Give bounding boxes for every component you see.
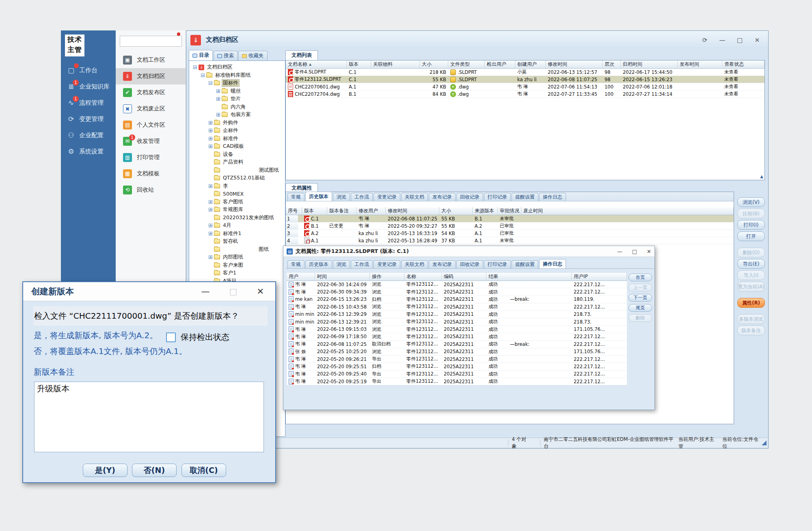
log-row[interactable]: 韦 琳2022-05-20 09:25:51归档零件123112...2025A… [287,363,627,370]
column-header[interactable]: 版本备注 [327,207,356,215]
tree-node[interactable]: 20220321发来的图纸 [189,214,285,222]
expand-icon[interactable]: + [209,129,212,132]
sidebar-item-5[interactable]: ⚙系统设置 [61,143,116,160]
tree-node[interactable]: 暂存机 [189,237,285,246]
tab-浏览[interactable]: 浏览 [333,193,350,201]
tab-回收记录[interactable]: 回收记录 [456,260,483,268]
column-header[interactable]: 时间 [315,273,370,281]
expand-icon[interactable]: + [209,145,212,148]
tab-常规[interactable]: 常规 [287,193,304,201]
maximize-icon[interactable]: □ [632,248,637,255]
expand-icon[interactable]: + [209,224,212,227]
expand-icon[interactable]: + [209,232,212,235]
pager-button-尾页[interactable]: 尾页 [628,304,652,312]
doc-list-row[interactable]: 零件4.SLDPRTC.1218 KB.SLDPRT小莫2022-06-13 1… [286,69,764,76]
tree-node[interactable]: +企标件 [189,127,285,135]
column-header[interactable]: 关联物料 [371,60,420,69]
column-header[interactable]: 发布时间 [678,60,722,69]
tree-node[interactable]: −国标件 [189,79,285,87]
doc-list-row[interactable]: CHC22072704.dwgB.184 KBe.dwg韦 琳2022-07-2… [286,91,764,98]
tab-提醒设置[interactable]: 提醒设置 [512,193,538,201]
tree-node[interactable]: +标准件 [189,135,285,143]
keep-checkout-checkbox[interactable] [166,332,176,342]
workspace-item-8[interactable]: ⟲回收站 [116,182,186,198]
search-input[interactable] [120,37,186,46]
tab-常规[interactable]: 常规 [287,260,304,268]
tree-node[interactable]: +常规图库 [189,206,285,214]
expand-icon[interactable]: + [216,89,220,93]
expand-icon[interactable]: + [209,200,212,204]
action-button-打印(I)[interactable]: 打印(I) [737,220,765,230]
tree-node[interactable]: 设备 [189,151,285,159]
log-row[interactable]: 韦 琳2022-06-13 09:15:03浏览零件123112...2025A… [287,326,627,333]
tree-tab-收藏夹[interactable]: 收藏夹 [238,51,268,60]
log-row[interactable]: min min2022-06-13 12:39:21浏览零件123112...2… [287,318,627,326]
tree-node[interactable]: 客户来图 [189,261,285,270]
column-header[interactable]: 查看状态 [722,60,764,69]
tree-node[interactable]: +螺丝 [189,87,285,95]
workspace-item-1[interactable]: ⇓文档归档区 [116,68,186,84]
doc-list-row[interactable]: 零件123112.SLDPRTC.155 KB.SLDPRTka zhu li2… [286,76,764,83]
tree-tab-搜索[interactable]: 搜索 [214,51,238,60]
column-header[interactable]: 大小 [420,60,448,69]
dialog-button-取消(C)[interactable]: 取消(C) [181,464,226,477]
tree-tab-目录[interactable]: 目录 [189,50,213,60]
history-row[interactable]: 4A.1ka zhu li2022-05-13 16:28:4937 KBA.1… [286,237,734,244]
tab-变更记录[interactable]: 变更记录 [374,193,400,201]
close-icon[interactable]: ✕ [753,37,762,44]
column-header[interactable]: 创建用户 [515,60,546,69]
collapse-icon[interactable]: − [193,65,197,69]
tree-node[interactable]: 客户1 [189,269,285,277]
tree-node[interactable]: 图纸 [189,246,285,254]
sidebar-item-4[interactable]: ⚇企业配置 [61,127,116,143]
log-row[interactable]: me kan2022-06-15 13:26:23归档零件123112...20… [287,296,627,303]
column-header[interactable]: 用户IP [572,273,627,281]
dialog-button-否(N)[interactable]: 否(N) [132,464,177,477]
tab-操作日志[interactable]: 操作日志 [539,259,566,268]
sidebar-item-1[interactable]: ≣1企业知识库 [61,78,116,95]
column-header[interactable]: 废止时间 [521,207,734,215]
column-header[interactable]: 版本 [347,60,371,69]
maximize-icon[interactable]: □ [229,287,238,296]
tree-node[interactable]: +标准件1 [189,230,285,238]
action-button-打开[interactable]: 打开 [737,231,765,241]
column-header[interactable]: 修改用户 [356,207,386,215]
tree-node[interactable]: +4月 [189,222,285,230]
maximize-icon[interactable]: □ [735,37,744,44]
tab-历史版本[interactable]: 历史版本 [305,260,332,268]
action-button-导出(E)[interactable]: 导出(E) [737,259,765,269]
tree-node[interactable]: −标准物料库图纸 [189,71,285,80]
workspace-item-5[interactable]: ✉1收发管理 [116,133,186,149]
workspace-item-6[interactable]: ▥打印管理 [116,149,186,166]
column-header[interactable]: 结果 [486,273,572,281]
collapse-icon[interactable]: − [201,73,205,77]
doc-list-row[interactable]: slCHC22070601.dwgA.147 KBe.dwg韦 琳2022-07… [286,83,764,91]
tree-node[interactable]: −⇓文档归档区 [189,63,285,71]
tab-打印记录[interactable]: 打印记录 [484,193,511,201]
column-header[interactable]: 大小 [439,207,473,215]
column-header[interactable]: 文档名称▲ [286,60,347,69]
workspace-item-7[interactable]: ▦文档模板 [116,166,186,182]
log-row[interactable]: 韦 琳2022-06-30 14:24:09浏览零件123112...2025A… [287,281,627,288]
expand-icon[interactable]: + [209,255,212,259]
column-header[interactable]: 审批情况 [498,207,521,215]
sidebar-item-0[interactable]: ▢工作台 [61,62,116,78]
log-row[interactable]: 张 焕2022-05-25 10:25:20浏览零件123112...2025A… [287,348,627,356]
tab-关联文档[interactable]: 关联文档 [401,193,428,201]
column-header[interactable]: 层次 [603,60,621,69]
workspace-item-2[interactable]: ✔文档发布区 [116,84,186,101]
resize-grip[interactable] [762,440,767,445]
column-header[interactable]: 用户 [287,273,315,281]
dialog-button-是(Y)[interactable]: 是(Y) [83,464,127,477]
expand-icon[interactable]: + [216,113,220,117]
expand-icon[interactable]: + [216,97,220,101]
log-row[interactable]: 韦 琳2022-06-09 17:18:50浏览零件123112...2025A… [287,333,627,341]
tab-工作流[interactable]: 工作流 [351,260,373,268]
column-header[interactable]: 修改时间 [386,207,439,215]
pager-button-下一页[interactable]: 下一页 [628,294,652,302]
tree-node[interactable]: +李 [189,182,285,190]
log-row[interactable]: 韦 琳2022-06-08 11:07:25取消归档零件123112...202… [287,341,627,348]
log-row[interactable]: 韦 琳2022-06-15 10:43:58浏览零件123112...2025A… [287,303,627,311]
refresh-icon[interactable]: ⟳ [700,37,709,44]
tree-node[interactable]: QTZ5512.01基础 [189,174,285,182]
